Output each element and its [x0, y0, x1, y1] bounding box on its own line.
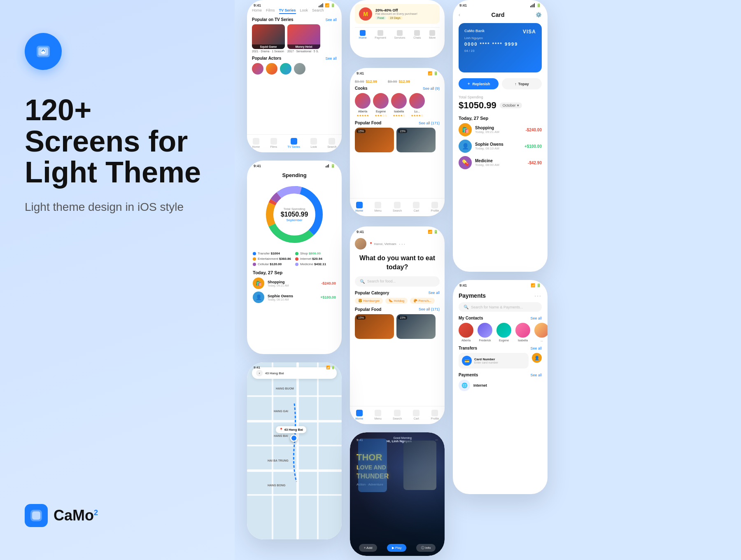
trans-medicine[interactable]: 💊 Medicine Today, 08:00 AM -$42.90	[459, 156, 542, 169]
sophie-icon: 👤	[253, 292, 264, 303]
nav-films[interactable]: Films	[270, 138, 277, 148]
replenish-button[interactable]: ＋ Replenish	[459, 78, 499, 89]
shows-row: Squid Game 2021 · Drama · 1 Season Money…	[252, 24, 337, 53]
phone1-nav: Home Films TV Series Look Search	[247, 134, 342, 152]
topay-button[interactable]: ↑ Topay	[502, 78, 542, 89]
contact-alberta[interactable]: Alberta	[459, 323, 473, 342]
user-avatar	[355, 238, 366, 250]
transaction-sophie[interactable]: 👤 Sophie Owens Today, 08:10 AM +$100.00	[253, 292, 336, 303]
p2nav-more[interactable]: More	[429, 30, 436, 39]
legend-medicine: Medicine $432.11	[295, 262, 336, 266]
p5nav-menu[interactable]: Menu	[374, 410, 382, 420]
actor-3[interactable]	[280, 63, 291, 75]
p3nav-search[interactable]: Search	[393, 202, 402, 212]
settings-icon[interactable]: ⚙️	[536, 12, 542, 18]
location-row: 📍 Hanoi, Vietnam ···	[355, 238, 440, 250]
movie-background: 9:41 Good Morning Hi, Linh Nguyen ··· TH…	[350, 432, 445, 556]
logo-icon	[25, 33, 62, 70]
cook-lu[interactable]: Lu... ★★★★☆	[409, 93, 425, 117]
p2nav-chats[interactable]: Chats	[413, 30, 421, 39]
mcdo-card[interactable]: M 20%-40% Off Flat discount on Every pur…	[355, 4, 440, 24]
actor-1[interactable]	[252, 63, 263, 75]
brand-icon	[25, 504, 48, 527]
map-container[interactable]: HANG BUOM HANG GAI HANG BAI HAI BA TRUNG…	[247, 362, 342, 539]
actor-2[interactable]	[266, 63, 277, 75]
nav-tv-series[interactable]: TV Series	[287, 138, 300, 148]
cat-hotdog[interactable]: 🌭 Hotdog	[385, 298, 408, 304]
actor-4[interactable]	[294, 63, 305, 75]
food5-img2[interactable]: 15%	[396, 314, 436, 339]
contact-more[interactable]: ...	[534, 323, 548, 342]
nav-home[interactable]: Home	[252, 138, 260, 148]
transfers-header: Transfers See all	[459, 346, 542, 350]
p2nav-payment[interactable]: Payment	[375, 30, 386, 39]
donut-center: Total Spending $1050.99 September	[281, 207, 308, 222]
p5nav-search[interactable]: Search	[393, 410, 402, 420]
legend-grid: Transfer $1004 Shop $800.00 Entertainmen…	[253, 252, 336, 266]
nav-look[interactable]: Look	[310, 138, 317, 148]
month-badge[interactable]: October ▾	[500, 103, 522, 108]
phone-food-order: 9:41 📶 🔋 📍 Hanoi, Vietnam ··· What do yo…	[350, 226, 445, 424]
contacts-header: My Contacts See all	[459, 316, 542, 320]
cook-alberta[interactable]: Alberta ★★★★★	[355, 93, 370, 117]
show-squid[interactable]: Squid Game 2021 · Drama · 1 Season	[252, 24, 285, 53]
date-section: Today, 27 Sep	[459, 116, 542, 121]
dots-menu[interactable]: ···	[399, 240, 406, 247]
food5-img1[interactable]: 15%	[355, 314, 394, 339]
cat-hamburger[interactable]: 🍔 Hamburger	[355, 298, 383, 304]
legend-entertainment: Entertainment $360.86	[253, 257, 294, 261]
left-section: 120+Screens forLight Theme Light theme d…	[0, 0, 235, 560]
phone-spending: 9:41 🔋 Spending	[247, 161, 342, 354]
p5nav-cart[interactable]: Cart	[413, 410, 419, 420]
pop-food-header: Popular Food See all (171)	[355, 307, 440, 312]
food-img-1[interactable]: 15%	[355, 128, 394, 152]
trans-sophie[interactable]: 👤 Sophie Owens Today, 08:10 AM +$100.00	[459, 140, 542, 153]
internet-row[interactable]: 🌐 Internet	[459, 380, 542, 391]
price-row: $9.99 $12.99 $9.99 $12.99	[355, 79, 440, 84]
p2nav-home[interactable]: Home	[359, 30, 367, 39]
payments-menu[interactable]: ···	[534, 292, 542, 299]
add-contact-icon[interactable]: 👤	[532, 353, 542, 363]
cook-isabella[interactable]: Isabella ★★★★☆	[391, 93, 407, 117]
movie-actions: + Add ▶ Play ⓘ Info	[350, 544, 445, 552]
phone3-nav: Home Menu Search Cart Profile	[350, 198, 445, 216]
trans-sophie-icon: 👤	[459, 140, 472, 153]
trans-shopping-icon: 🛍️	[459, 123, 472, 136]
info-btn[interactable]: ⓘ Info	[416, 544, 436, 552]
cook-eugene[interactable]: Eugene ★★★☆☆	[373, 93, 389, 117]
cooks-header: Cooks See all (9)	[355, 86, 440, 91]
svg-rect-4	[32, 511, 40, 520]
card-number-item[interactable]: 💳 Card Number Enter card number	[459, 353, 529, 369]
p5nav-home[interactable]: Home	[356, 410, 364, 420]
search-payments[interactable]: 🔍 Search for Name & Payments...	[459, 302, 542, 312]
back-chevron[interactable]: ‹	[459, 12, 460, 18]
contacts-row: Alberta Frederick Eugene Isabella ...	[459, 323, 542, 342]
card-number-row: 💳 Card Number Enter card number 👤	[459, 353, 542, 369]
p3nav-home[interactable]: Home	[356, 202, 364, 212]
add-btn[interactable]: + Add	[359, 544, 377, 552]
play-btn[interactable]: ▶ Play	[387, 544, 407, 552]
food-img-2[interactable]: 15%	[396, 128, 436, 152]
donut-chart: Total Spending $1050.99 September	[261, 182, 327, 247]
cooks-list: Alberta ★★★★★ Eugene ★★★☆☆ Isabella ★★★★…	[355, 93, 440, 117]
contact-frederick[interactable]: Frederick	[478, 323, 492, 342]
contact-isabella[interactable]: Isabella	[515, 323, 530, 342]
nav-search[interactable]: Search	[327, 138, 336, 148]
brand-name: CaMo2	[54, 507, 98, 524]
screens-area: 9:41 📶 🔋 Home Films TV Series Look Searc…	[235, 0, 741, 560]
mcdo-info: 20%-40% Off Flat discount on Every purch…	[375, 8, 436, 20]
show-heist[interactable]: Money Heist 2017 · Sensational · 5 S.	[287, 24, 320, 53]
trans-shopping[interactable]: 🛍️ Shopping Today, 09:21 AM -$240.00	[459, 123, 542, 136]
p2nav-services[interactable]: Services	[394, 30, 405, 39]
p3nav-cart[interactable]: Cart	[413, 202, 419, 212]
total-label: Total Spending	[459, 95, 542, 99]
category-row: 🍔 Hamburger 🌭 Hotdog 🥐 French...	[355, 298, 440, 304]
contact-eugene[interactable]: Eugene	[496, 323, 511, 342]
p3nav-profile[interactable]: Profile	[431, 202, 439, 212]
p3nav-menu[interactable]: Menu	[374, 202, 382, 212]
card-visual: CaMo Bank VISA Linh Nguyen 0000 **** ***…	[459, 23, 542, 72]
search-food[interactable]: 🔍 Search for food...	[355, 276, 440, 287]
p5nav-profile[interactable]: Profile	[431, 410, 439, 420]
cat-french[interactable]: 🥐 French...	[410, 298, 435, 304]
transaction-shopping[interactable]: 🛍️ Shopping Today, 09:21 AM -$240.00	[253, 278, 336, 289]
